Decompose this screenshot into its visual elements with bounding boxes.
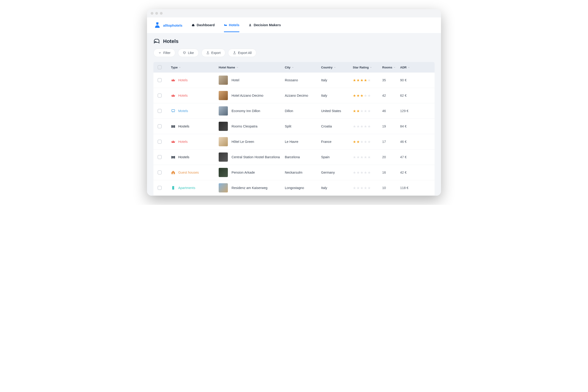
- row-checkbox[interactable]: [158, 124, 162, 128]
- star-icon: ★: [360, 78, 363, 82]
- bunk-icon: [171, 124, 176, 128]
- export-button[interactable]: Export: [202, 49, 225, 57]
- table-row[interactable]: Hotels Hôtel Le Green Le Havre France ★★…: [154, 134, 434, 150]
- table-row[interactable]: Hotels Hotel Azzano Decimo Azzano Decimo…: [154, 88, 434, 103]
- star-icon: ★: [353, 155, 356, 159]
- hotel-thumbnail: [219, 122, 228, 131]
- hotel-name: Residenz am Kaiserweg: [232, 186, 267, 190]
- table-row[interactable]: Motels Economy Inn Dillon Dillon United …: [154, 103, 434, 119]
- th-star-rating[interactable]: Star Rating: [353, 66, 380, 69]
- brand-text: alltophotels: [163, 24, 182, 27]
- house-icon: [171, 170, 176, 175]
- star-icon: ★: [356, 186, 360, 190]
- hotel-thumbnail: [219, 168, 228, 177]
- browser-chrome: [147, 9, 441, 18]
- th-rooms[interactable]: Rooms: [382, 66, 398, 69]
- svg-rect-10: [172, 156, 175, 157]
- upload-icon: [206, 51, 210, 54]
- row-checkbox[interactable]: [158, 94, 162, 98]
- window-max-dot[interactable]: [160, 12, 162, 15]
- name-cell: Hotel Azzano Decimo: [219, 91, 283, 100]
- star-icon: ★: [353, 170, 356, 175]
- star-icon: ★: [364, 94, 367, 98]
- rooms-cell: 20: [382, 155, 398, 159]
- door-icon: [171, 186, 176, 190]
- row-checkbox[interactable]: [158, 109, 162, 113]
- type-label: Hostels: [178, 124, 189, 128]
- th-type[interactable]: Type: [171, 66, 217, 69]
- type-cell: Hotels: [171, 140, 217, 144]
- page-title: Hotels: [163, 38, 178, 44]
- row-checkbox[interactable]: [158, 155, 162, 159]
- star-icon: ★: [356, 170, 360, 175]
- country-cell: Germany: [321, 170, 351, 174]
- th-city[interactable]: City: [285, 66, 319, 69]
- star-icon: ★: [360, 186, 363, 190]
- person-icon: [248, 24, 252, 27]
- rooms-cell: 10: [382, 186, 398, 190]
- like-button[interactable]: Like: [178, 49, 199, 57]
- type-cell: Hostels: [171, 124, 217, 128]
- sort-icon: [178, 66, 181, 69]
- nav-decision-makers[interactable]: Decision Makers: [248, 18, 281, 32]
- hotel-name: Central Station Hostel Barcelona: [232, 155, 280, 159]
- star-icon: ★: [353, 78, 356, 82]
- city-cell: Le Havre: [285, 140, 319, 144]
- hotel-name: Hotel: [232, 78, 239, 82]
- country-cell: Spain: [321, 155, 351, 159]
- bellhop-icon: [154, 21, 161, 29]
- stars-cell: ★★★★★: [353, 186, 380, 190]
- row-checkbox[interactable]: [158, 140, 162, 144]
- star-icon: ★: [360, 109, 363, 113]
- rooms-cell: 16: [382, 170, 398, 174]
- star-icon: ★: [368, 186, 371, 190]
- star-icon: ★: [364, 170, 367, 175]
- country-cell: Italy: [321, 78, 351, 82]
- star-icon: ★: [360, 124, 363, 128]
- th-adr[interactable]: ADR: [400, 66, 416, 69]
- filter-button[interactable]: Filter: [154, 49, 175, 57]
- window-close-dot[interactable]: [151, 12, 154, 15]
- star-icon: ★: [368, 94, 371, 98]
- th-country[interactable]: Country: [321, 66, 351, 69]
- row-checkbox[interactable]: [158, 78, 162, 82]
- nav-hotels[interactable]: Hotels: [224, 18, 240, 32]
- nav-dashboard-label: Dashboard: [196, 23, 214, 27]
- star-icon: ★: [360, 170, 363, 175]
- row-checkbox[interactable]: [158, 186, 162, 190]
- table-row[interactable]: Hotels Hotel Rossano Italy ★★★★★ 35 90 €: [154, 72, 434, 88]
- logo[interactable]: alltophotels: [154, 21, 182, 29]
- stars-cell: ★★★★★: [353, 94, 380, 98]
- row-checkbox[interactable]: [158, 170, 162, 174]
- nav-dashboard[interactable]: Dashboard: [192, 18, 214, 32]
- star-icon: ★: [364, 124, 367, 128]
- export-all-label: Export All: [238, 51, 252, 55]
- window-min-dot[interactable]: [155, 12, 158, 15]
- rooms-cell: 46: [382, 109, 398, 113]
- bed-outline-icon: [154, 38, 160, 44]
- export-all-button[interactable]: Export All: [228, 49, 256, 57]
- type-cell: Apartments: [171, 186, 217, 190]
- star-icon: ★: [360, 155, 363, 159]
- stars-cell: ★★★★★: [353, 109, 380, 113]
- select-all-checkbox[interactable]: [158, 65, 162, 69]
- svg-rect-9: [174, 125, 175, 128]
- table-header: Type Hotel Name City Country Star Rating…: [154, 62, 434, 72]
- star-icon: ★: [364, 140, 367, 144]
- table-row[interactable]: Guest houses Pension Arkade Neckarsulm G…: [154, 165, 434, 180]
- stars-cell: ★★★★★: [353, 140, 380, 144]
- main-nav: Dashboard Hotels Decision Makers: [192, 18, 281, 32]
- name-cell: Rooms Cleopatra: [219, 122, 283, 131]
- city-cell: Barcelona: [285, 155, 319, 159]
- table-row[interactable]: Apartments Residenz am Kaiserweg Longost…: [154, 180, 434, 196]
- rooms-cell: 35: [382, 78, 398, 82]
- svg-rect-15: [172, 186, 174, 190]
- star-icon: ★: [360, 94, 363, 98]
- adr-cell: 47 €: [400, 155, 416, 159]
- table-row[interactable]: Hostels Rooms Cleopatra Split Croatia ★★…: [154, 119, 434, 134]
- th-hotel-name[interactable]: Hotel Name: [219, 66, 283, 69]
- adr-cell: 62 €: [400, 94, 416, 97]
- star-icon: ★: [364, 186, 367, 190]
- toolbar: Filter Like Export Export All: [154, 49, 434, 57]
- table-row[interactable]: Hostels Central Station Hostel Barcelona…: [154, 150, 434, 165]
